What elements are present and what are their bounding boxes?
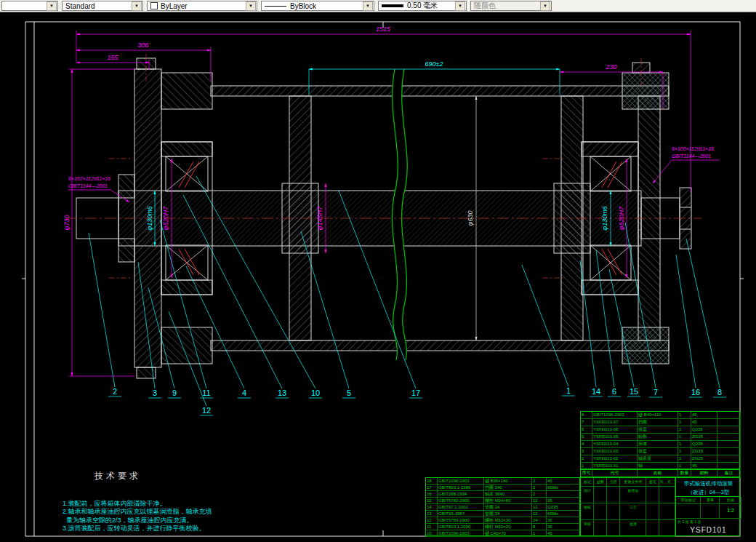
table-cell: 2 [532,485,547,491]
table-cell: 12 [532,504,547,511]
balloon-label: 15 [630,387,638,396]
plotstyle-combo[interactable]: 随颜色 ▼ [470,1,552,11]
color-value: ByLayer [161,2,188,10]
table-cell: 2 [532,491,547,498]
chevron-down-icon: ▼ [540,1,550,11]
table-cell: 16 [426,491,438,498]
table-cell: 轮毂 [638,434,678,441]
chevron-down-icon[interactable]: ▼ [363,1,373,11]
table-cell: 1 [678,426,691,434]
scale-label: 比例 [720,497,741,504]
table-cell: 轴承座 [638,455,678,463]
table-cell: 12 [532,498,547,504]
bom-standard-parts-table: 18GB/T1096-2003键 B36×14024517GB/T893.1-1… [425,477,580,536]
balloon-label: 7 [654,388,658,396]
table-cell: 年、月、日 [659,478,675,487]
balloon-label: 4 [242,388,246,397]
table-cell [659,520,675,537]
table-cell: ZG35 [691,434,717,441]
bom-parts-table: 8GB/T1096-2003键 B40×1101457YSFD101-07挡圈1… [580,411,740,469]
table-cell: Q235 [691,426,717,434]
table-cell [717,441,741,448]
balloon-label: 16 [691,388,700,396]
table-cell [607,520,620,537]
table-cell: 键 B36×140 [484,478,532,485]
tech-req-line: 2.轴承和轴承座油腔内应充以锂基润滑脂，轴承充填 [63,508,212,517]
text-style-combo[interactable]: Standard ▼ [62,1,143,11]
table-cell: 12 [426,517,438,524]
table-cell: 11 [426,524,438,530]
tech-req-line: 1.装配前，应将箱体内部清除干净。 [63,500,212,509]
table-cell: 7 [581,419,592,426]
table-cell: GB/T97.1-2002 [438,504,484,511]
table-cell: 45 [691,419,717,426]
table-cell: 螺钉 M10×20 [484,524,532,530]
drawing-title-line1: 带式输送机传动滚筒 [676,479,741,488]
stage-label: 阶段标记 [676,497,701,504]
dim-drum-inner: φ630 [467,211,474,226]
tech-req-lines: 1.装配前，应将箱体内部清除干净。2.轴承和轴承座油腔内应充以锂基润滑脂，轴承充… [63,500,212,533]
toolbar-combo-misc[interactable]: ▼ [1,1,58,11]
table-cell: 6 [581,426,592,434]
revision-header-row: 标记处数分区更改文件号签名年、月、日 [581,478,675,487]
table-cell [646,520,659,537]
dim-bore-left: φ520H7 [162,206,169,230]
table-cell: 45 [691,412,717,419]
table-cell: 13 [426,511,438,517]
signature-rows: 设计标准化校核工艺审核批准 [581,487,675,537]
weight-value [701,504,720,519]
table-cell [594,487,607,503]
table-cell: GB/T5782-2000 [438,498,484,504]
table-cell: YSFD101-05 [592,434,638,441]
table-cell: 1 [678,419,691,426]
table-cell: 1 [678,455,691,463]
chevron-down-icon[interactable]: ▼ [246,1,256,11]
tech-req-line: 量为轴承空隙的2/3，轴承座油腔内应充满。 [63,517,212,525]
chevron-down-icon[interactable]: ▼ [455,1,465,11]
balloon-label: 11 [202,388,210,397]
sheet-info: 共 1 张 第 1 张 [676,519,741,525]
table-cell: ZG35 [691,448,717,455]
balloon-label: 3 [153,388,157,397]
dim-left-end: 165 [107,54,118,61]
right-bearing-top [590,156,631,191]
table-cell: 2 [532,478,547,485]
table-cell [717,434,741,441]
dim-overall: 1515 [376,25,391,33]
linetype-combo[interactable]: ByBlock ▼ [261,1,374,11]
color-combo[interactable]: ByLayer ▼ [147,1,257,11]
table-cell: 1 [678,448,691,455]
lineweight-combo[interactable]: 0.50 毫米 ▼ [378,1,467,11]
table-cell: 10 [426,530,438,537]
table-cell: 3 [581,448,592,455]
title-block: 标记处数分区更改文件号签名年、月、日 设计标准化校核工艺审核批准 带式输送机传动… [580,477,740,536]
left-bearing-bottom [166,245,208,280]
table-cell: 键 B40×110 [638,412,678,419]
table-cell [594,503,607,520]
tech-req-line: 3.滚筒装配后，应转动灵活，并进行静平衡校验。 [63,525,212,533]
table-cell [659,487,675,503]
dim-right-section: 230 [605,63,616,71]
table-cell: 更改文件号 [620,478,646,487]
table-cell: 校核 [581,503,594,520]
table-cell: 轴承 3640 [484,491,532,498]
balloon-label: 5 [347,388,351,397]
table-cell: GB/T93-1987 [438,511,484,517]
table-cell: 35 [547,524,581,530]
table-cell: 标准化 [620,487,646,503]
right-bearing-bottom [590,245,631,280]
table-cell: Q235 [691,441,717,448]
text-style-value: Standard [65,2,95,10]
table-cell: 2 [581,455,592,463]
lineweight-value: 0.50 毫米 [407,1,438,11]
table-cell: GB/T288-1994 [438,491,484,498]
dim-flange-dia: φ730 [63,215,71,231]
balloon-label: 1 [566,386,571,395]
table-cell: 24 [532,517,547,524]
chevron-down-icon[interactable]: ▼ [132,1,142,11]
drawing-number: YSFD101 [676,525,741,535]
table-cell: 4 [581,441,592,448]
chevron-down-icon[interactable]: ▼ [47,1,57,11]
table-cell: 65Mn [547,485,581,491]
table-cell: 螺栓 M12×30 [484,517,532,524]
